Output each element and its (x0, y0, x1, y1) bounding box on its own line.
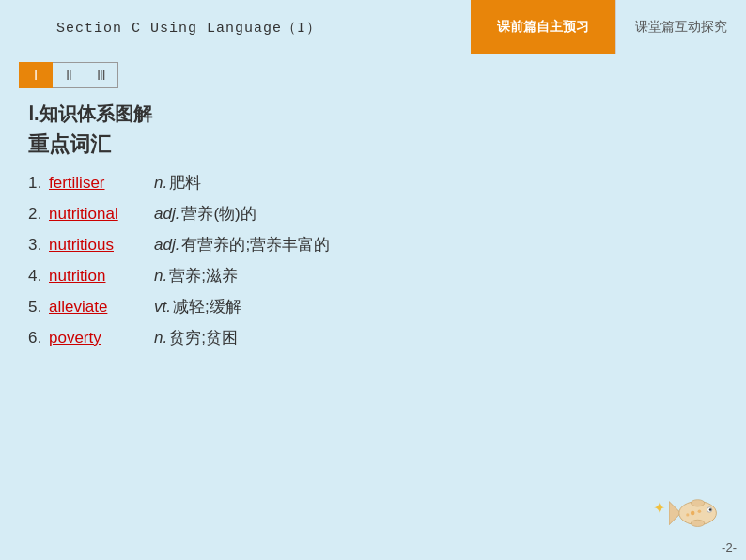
vocab-pos: adj. (154, 236, 179, 255)
vocab-meaning: 减轻;缓解 (173, 296, 241, 318)
vocab-meaning: 营养;滋养 (169, 265, 238, 287)
vocab-pos: n. (154, 174, 167, 193)
vocab-num: 3. (28, 236, 49, 255)
header: Section C Using Language（I） 课前篇自主预习 课堂篇互… (0, 0, 746, 54)
fish-icon (669, 494, 720, 534)
vocab-item: 1.fertilisern.肥料 (28, 172, 718, 194)
svg-point-8 (686, 513, 689, 516)
tab-preview[interactable]: 课前篇自主预习 (471, 0, 615, 54)
vocab-word: nutrition (49, 267, 152, 286)
vocab-item: 6.povertyn.贫穷;贫困 (28, 327, 718, 349)
vocab-word: fertiliser (49, 174, 152, 193)
vocab-pos: adj. (154, 205, 179, 224)
tab-roman-2[interactable]: Ⅱ (52, 62, 85, 88)
vocab-pos: n. (154, 267, 167, 286)
tab-roman-1[interactable]: Ⅰ (19, 62, 53, 88)
vocab-item: 4.nutritionn.营养;滋养 (28, 265, 718, 287)
section-heading: Ⅰ.知识体系图解 (28, 101, 718, 127)
tab-roman-3[interactable]: Ⅲ (85, 62, 118, 88)
vocab-num: 1. (28, 174, 49, 193)
svg-point-7 (698, 510, 702, 514)
vocab-num: 6. (28, 329, 49, 348)
main-content: Ⅰ.知识体系图解 重点词汇 1.fertilisern.肥料2.nutritio… (0, 92, 746, 358)
vocab-meaning: 有营养的;营养丰富的 (181, 234, 330, 256)
svg-point-3 (709, 508, 712, 511)
fish-decoration: ✦ (653, 494, 720, 534)
vocab-num: 4. (28, 267, 49, 286)
svg-point-6 (691, 511, 695, 516)
vocab-item: 5.alleviatevt.减轻;缓解 (28, 296, 718, 318)
sub-heading: 重点词汇 (28, 131, 718, 159)
roman-tabs: ⅠⅡⅢ (0, 54, 746, 92)
vocab-num: 5. (28, 298, 49, 317)
tab-classroom[interactable]: 课堂篇互动探究 (615, 0, 746, 54)
vocab-pos: vt. (154, 298, 171, 317)
svg-point-4 (691, 500, 704, 506)
vocab-word: poverty (49, 329, 152, 348)
vocab-meaning: 肥料 (169, 172, 201, 194)
vocab-item: 3.nutritiousadj.有营养的;营养丰富的 (28, 234, 718, 256)
vocab-num: 2. (28, 205, 49, 224)
vocab-list: 1.fertilisern.肥料2.nutritionaladj.营养(物)的3… (28, 172, 718, 349)
vocab-word: nutritious (49, 236, 152, 255)
page-number: -2- (722, 540, 737, 554)
vocab-meaning: 贫穷;贫困 (169, 327, 238, 349)
vocab-item: 2.nutritionaladj.营养(物)的 (28, 203, 718, 225)
vocab-meaning: 营养(物)的 (181, 203, 256, 225)
vocab-word: nutritional (49, 205, 152, 224)
vocab-pos: n. (154, 329, 167, 348)
header-title: Section C Using Language（I） (0, 0, 471, 54)
star-icon: ✦ (653, 499, 665, 517)
vocab-word: alleviate (49, 298, 152, 317)
svg-point-5 (691, 520, 704, 526)
